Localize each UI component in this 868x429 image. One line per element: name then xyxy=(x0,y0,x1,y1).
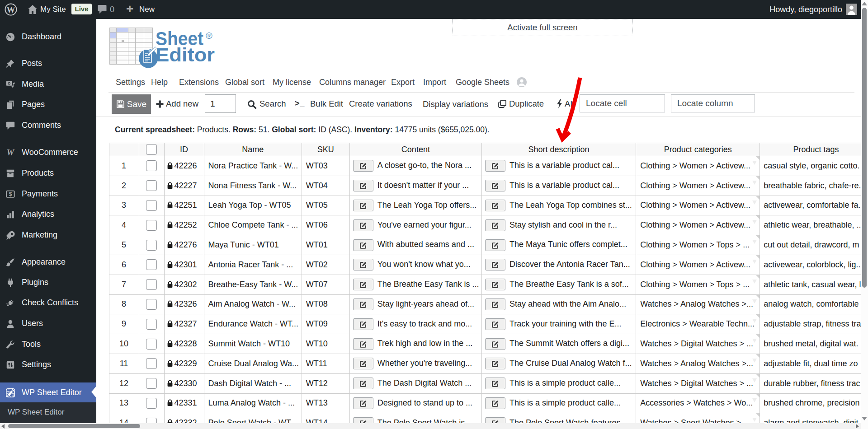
svg-text:Editor: Editor xyxy=(156,44,215,65)
svg-text:®: ® xyxy=(206,31,212,41)
svg-text:$: $ xyxy=(9,191,12,197)
svg-text:W: W xyxy=(7,148,15,157)
svg-text:W: W xyxy=(7,5,15,14)
